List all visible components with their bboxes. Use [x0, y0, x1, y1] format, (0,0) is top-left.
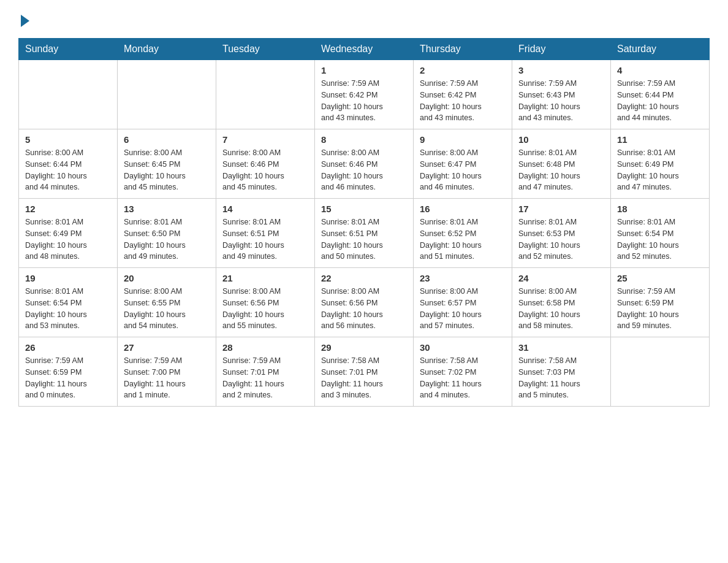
day-number: 27	[124, 342, 210, 353]
day-number: 8	[321, 134, 407, 145]
calendar-week-4: 19Sunrise: 8:01 AM Sunset: 6:54 PM Dayli…	[19, 268, 710, 337]
calendar-cell: 4Sunrise: 7:59 AM Sunset: 6:44 PM Daylig…	[611, 60, 710, 129]
day-number: 16	[420, 204, 506, 214]
calendar-week-5: 26Sunrise: 7:59 AM Sunset: 6:59 PM Dayli…	[19, 337, 710, 407]
day-info: Sunrise: 7:59 AM Sunset: 7:01 PM Dayligh…	[222, 355, 308, 401]
calendar-cell: 1Sunrise: 7:59 AM Sunset: 6:42 PM Daylig…	[315, 60, 414, 129]
day-info: Sunrise: 8:00 AM Sunset: 6:56 PM Dayligh…	[222, 286, 308, 332]
day-number: 13	[124, 204, 210, 214]
calendar-cell: 11Sunrise: 8:01 AM Sunset: 6:49 PM Dayli…	[611, 129, 710, 199]
day-number: 30	[420, 342, 506, 353]
calendar-cell: 17Sunrise: 8:01 AM Sunset: 6:53 PM Dayli…	[512, 199, 611, 268]
day-number: 12	[25, 204, 111, 214]
day-number: 5	[25, 134, 111, 145]
calendar-header-thursday: Thursday	[414, 39, 512, 60]
calendar-cell: 9Sunrise: 8:00 AM Sunset: 6:47 PM Daylig…	[414, 129, 512, 199]
day-number: 19	[25, 273, 111, 283]
day-info: Sunrise: 8:00 AM Sunset: 6:58 PM Dayligh…	[518, 286, 604, 332]
calendar-header-monday: Monday	[118, 39, 216, 60]
day-number: 2	[420, 65, 506, 75]
calendar-cell: 28Sunrise: 7:59 AM Sunset: 7:01 PM Dayli…	[216, 337, 315, 407]
calendar-cell: 6Sunrise: 8:00 AM Sunset: 6:45 PM Daylig…	[118, 129, 216, 199]
day-info: Sunrise: 7:58 AM Sunset: 7:01 PM Dayligh…	[321, 355, 407, 401]
day-number: 7	[222, 134, 308, 145]
day-number: 10	[518, 134, 604, 145]
day-info: Sunrise: 8:01 AM Sunset: 6:52 PM Dayligh…	[420, 216, 506, 262]
calendar-cell: 15Sunrise: 8:01 AM Sunset: 6:51 PM Dayli…	[315, 199, 414, 268]
day-number: 25	[617, 273, 703, 283]
day-number: 26	[25, 342, 111, 353]
calendar-header-friday: Friday	[512, 39, 611, 60]
calendar-cell: 19Sunrise: 8:01 AM Sunset: 6:54 PM Dayli…	[19, 268, 118, 337]
day-number: 17	[518, 204, 604, 214]
calendar-header-sunday: Sunday	[19, 39, 118, 60]
calendar-cell: 20Sunrise: 8:00 AM Sunset: 6:55 PM Dayli…	[118, 268, 216, 337]
day-info: Sunrise: 8:01 AM Sunset: 6:51 PM Dayligh…	[222, 216, 308, 262]
calendar-cell	[19, 60, 118, 129]
day-info: Sunrise: 7:59 AM Sunset: 6:43 PM Dayligh…	[518, 78, 604, 124]
day-info: Sunrise: 8:00 AM Sunset: 6:56 PM Dayligh…	[321, 286, 407, 332]
day-number: 1	[321, 65, 407, 75]
day-info: Sunrise: 7:59 AM Sunset: 6:44 PM Dayligh…	[617, 78, 703, 124]
day-info: Sunrise: 8:01 AM Sunset: 6:51 PM Dayligh…	[321, 216, 407, 262]
calendar-cell: 16Sunrise: 8:01 AM Sunset: 6:52 PM Dayli…	[414, 199, 512, 268]
calendar-cell: 3Sunrise: 7:59 AM Sunset: 6:43 PM Daylig…	[512, 60, 611, 129]
day-number: 23	[420, 273, 506, 283]
day-info: Sunrise: 8:00 AM Sunset: 6:57 PM Dayligh…	[420, 286, 506, 332]
calendar-cell: 21Sunrise: 8:00 AM Sunset: 6:56 PM Dayli…	[216, 268, 315, 337]
calendar-cell: 18Sunrise: 8:01 AM Sunset: 6:54 PM Dayli…	[611, 199, 710, 268]
calendar-table: SundayMondayTuesdayWednesdayThursdayFrid…	[18, 38, 710, 407]
calendar-cell: 30Sunrise: 7:58 AM Sunset: 7:02 PM Dayli…	[414, 337, 512, 407]
day-number: 24	[518, 273, 604, 283]
day-number: 28	[222, 342, 308, 353]
day-info: Sunrise: 8:00 AM Sunset: 6:55 PM Dayligh…	[124, 286, 210, 332]
day-number: 31	[518, 342, 604, 353]
day-info: Sunrise: 8:01 AM Sunset: 6:53 PM Dayligh…	[518, 216, 604, 262]
day-number: 14	[222, 204, 308, 214]
calendar-cell: 12Sunrise: 8:01 AM Sunset: 6:49 PM Dayli…	[19, 199, 118, 268]
page-header	[18, 12, 710, 26]
day-info: Sunrise: 8:01 AM Sunset: 6:49 PM Dayligh…	[25, 216, 111, 262]
day-number: 18	[617, 204, 703, 214]
calendar-cell: 31Sunrise: 7:58 AM Sunset: 7:03 PM Dayli…	[512, 337, 611, 407]
logo	[18, 12, 29, 26]
calendar-week-3: 12Sunrise: 8:01 AM Sunset: 6:49 PM Dayli…	[19, 199, 710, 268]
calendar-cell: 10Sunrise: 8:01 AM Sunset: 6:48 PM Dayli…	[512, 129, 611, 199]
day-info: Sunrise: 8:01 AM Sunset: 6:54 PM Dayligh…	[25, 286, 111, 332]
calendar-cell	[216, 60, 315, 129]
calendar-header-saturday: Saturday	[611, 39, 710, 60]
calendar-header-row: SundayMondayTuesdayWednesdayThursdayFrid…	[19, 39, 710, 60]
day-number: 11	[617, 134, 703, 145]
calendar-week-1: 1Sunrise: 7:59 AM Sunset: 6:42 PM Daylig…	[19, 60, 710, 129]
day-info: Sunrise: 8:01 AM Sunset: 6:48 PM Dayligh…	[518, 147, 604, 193]
calendar-cell: 5Sunrise: 8:00 AM Sunset: 6:44 PM Daylig…	[19, 129, 118, 199]
calendar-cell: 27Sunrise: 7:59 AM Sunset: 7:00 PM Dayli…	[118, 337, 216, 407]
calendar-cell: 7Sunrise: 8:00 AM Sunset: 6:46 PM Daylig…	[216, 129, 315, 199]
day-info: Sunrise: 8:01 AM Sunset: 6:49 PM Dayligh…	[617, 147, 703, 193]
day-info: Sunrise: 7:59 AM Sunset: 6:59 PM Dayligh…	[25, 355, 111, 401]
day-number: 15	[321, 204, 407, 214]
day-number: 4	[617, 65, 703, 75]
day-info: Sunrise: 8:00 AM Sunset: 6:46 PM Dayligh…	[321, 147, 407, 193]
day-info: Sunrise: 7:58 AM Sunset: 7:03 PM Dayligh…	[518, 355, 604, 401]
day-number: 3	[518, 65, 604, 75]
day-info: Sunrise: 7:59 AM Sunset: 6:59 PM Dayligh…	[617, 286, 703, 332]
calendar-cell: 2Sunrise: 7:59 AM Sunset: 6:42 PM Daylig…	[414, 60, 512, 129]
day-info: Sunrise: 8:00 AM Sunset: 6:45 PM Dayligh…	[124, 147, 210, 193]
day-info: Sunrise: 7:59 AM Sunset: 6:42 PM Dayligh…	[420, 78, 506, 124]
day-info: Sunrise: 7:59 AM Sunset: 6:42 PM Dayligh…	[321, 78, 407, 124]
calendar-week-2: 5Sunrise: 8:00 AM Sunset: 6:44 PM Daylig…	[19, 129, 710, 199]
calendar-header-tuesday: Tuesday	[216, 39, 315, 60]
day-number: 22	[321, 273, 407, 283]
day-info: Sunrise: 8:00 AM Sunset: 6:46 PM Dayligh…	[222, 147, 308, 193]
day-number: 9	[420, 134, 506, 145]
calendar-cell: 14Sunrise: 8:01 AM Sunset: 6:51 PM Dayli…	[216, 199, 315, 268]
calendar-cell: 25Sunrise: 7:59 AM Sunset: 6:59 PM Dayli…	[611, 268, 710, 337]
day-number: 21	[222, 273, 308, 283]
logo-arrow-icon	[21, 15, 29, 27]
day-info: Sunrise: 8:00 AM Sunset: 6:44 PM Dayligh…	[25, 147, 111, 193]
day-info: Sunrise: 7:58 AM Sunset: 7:02 PM Dayligh…	[420, 355, 506, 401]
day-number: 6	[124, 134, 210, 145]
day-info: Sunrise: 8:00 AM Sunset: 6:47 PM Dayligh…	[420, 147, 506, 193]
calendar-cell: 13Sunrise: 8:01 AM Sunset: 6:50 PM Dayli…	[118, 199, 216, 268]
